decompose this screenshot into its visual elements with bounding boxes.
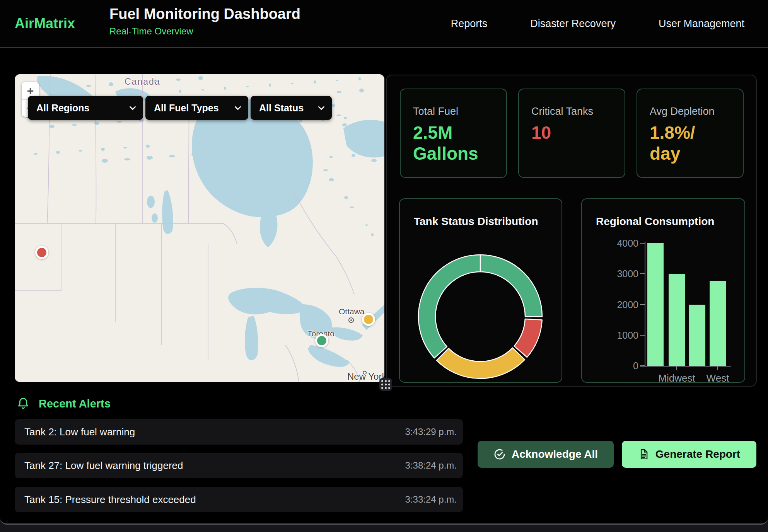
chevron-down-icon [318,106,325,110]
main-nav: Reports Disaster Recovery User Managemen… [451,0,744,47]
stat-card-avg-depletion: Avg Depletion 1.8%/day [637,89,744,178]
stat-value: 1.8%/day [650,122,731,164]
map-marker-normal[interactable] [315,334,328,347]
recent-alerts-header: Recent Alerts [16,397,111,411]
consumption-bar [689,305,705,366]
map-marker-critical[interactable] [35,246,48,259]
tank-status-donut-card: Tank Status Distribution [399,198,562,383]
stat-label: Avg Depletion [650,106,731,118]
fuel-monitoring-dashboard: AirMatrix Fuel Monitoring Dashboard Real… [0,0,768,525]
stat-value: 2.5MGallons [413,122,495,164]
map-filter-bar: All Regions All Fuel Types All Status [28,96,332,120]
status-filter-dropdown[interactable]: All Status [251,96,332,120]
alert-text: Tank 2: Low fuel warning [24,426,135,438]
fuel-type-filter-dropdown[interactable]: All Fuel Types [145,96,248,120]
recent-alerts-title: Recent Alerts [39,397,111,410]
regional-consumption-bar-chart: 01000200030004000MidwestWest [582,199,744,382]
y-axis-tick-label: 4000 [582,238,638,249]
y-axis-tick-label: 2000 [582,299,638,310]
chevron-down-icon [234,106,241,110]
alert-time: 3:38:24 p.m. [405,460,457,471]
nav-item-reports[interactable]: Reports [451,18,488,30]
alert-row[interactable]: Tank 15: Pressure threshold exceeded 3:3… [15,487,463,512]
status-filter-value: All Status [259,102,304,114]
check-circle-icon [493,448,506,460]
alert-text: Tank 27: Low fuel warning triggered [24,460,183,472]
stat-value: 10 [531,122,613,143]
nav-item-user-management[interactable]: User Management [659,18,744,30]
region-filter-dropdown[interactable]: All Regions [28,96,143,120]
region-filter-value: All Regions [36,102,90,114]
consumption-bar [710,281,726,366]
acknowledge-all-button[interactable]: Acknowledge All [478,441,614,468]
page-subtitle: Real-Time Overview [109,26,300,37]
y-axis-tick-label: 1000 [582,330,638,341]
y-axis-tick-label: 3000 [582,268,638,280]
ottawa-town-dot [349,318,353,322]
page-title: Fuel Monitoring Dashboard [109,6,300,22]
top-header: AirMatrix Fuel Monitoring Dashboard Real… [0,0,768,48]
map-label-canada: Canada [125,77,160,87]
fuel-type-filter-value: All Fuel Types [154,102,219,114]
stat-card-critical-tanks: Critical Tanks 10 [518,89,625,178]
regional-consumption-bar-card: Regional Consumption 01000200030004000Mi… [581,198,745,383]
title-block: Fuel Monitoring Dashboard Real-Time Over… [109,6,300,37]
alert-row[interactable]: Tank 2: Low fuel warning 3:43:29 p.m. [15,419,463,445]
alert-time: 3:33:24 p.m. [405,494,457,505]
consumption-bar [669,274,685,366]
stat-card-total-fuel: Total Fuel 2.5MGallons [400,89,507,178]
stat-label: Total Fuel [413,106,495,118]
report-document-icon [638,448,650,460]
nav-item-disaster-recovery[interactable]: Disaster Recovery [530,18,616,30]
x-axis-tick-label: West [707,372,729,384]
stat-label: Critical Tanks [531,106,613,118]
brand-logo[interactable]: AirMatrix [15,15,75,32]
alert-text: Tank 15: Pressure threshold exceeded [24,494,196,506]
map-label-ottawa: Ottawa [339,307,365,316]
alert-time: 3:43:29 p.m. [405,426,457,437]
generate-report-button[interactable]: Generate Report [622,441,756,468]
tank-map[interactable]: Canada Ottawa Toronto New York + − All R… [15,74,384,382]
map-label-new-york: New York [347,371,384,382]
bell-icon [16,397,30,411]
x-axis-tick-label: Midwest [658,372,695,384]
chevron-down-icon [129,106,136,110]
map-marker-warning[interactable] [362,313,375,326]
acknowledge-all-label: Acknowledge All [512,448,598,460]
resize-grip-handle[interactable] [379,378,392,391]
alert-row[interactable]: Tank 27: Low fuel warning triggered 3:38… [15,453,463,478]
generate-report-label: Generate Report [655,448,740,460]
consumption-bar [647,243,664,366]
tank-status-donut-chart [400,199,561,382]
metrics-panel: Total Fuel 2.5MGallons Critical Tanks 10… [386,75,757,387]
y-axis-tick-label: 0 [582,360,638,372]
